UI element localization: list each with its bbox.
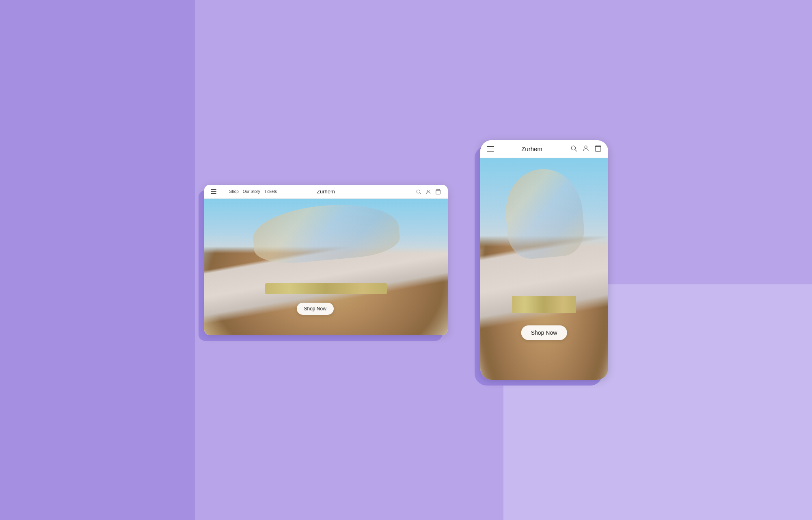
mobile-user-icon[interactable] xyxy=(582,145,590,154)
desktop-brand-logo: Zurhem xyxy=(317,188,335,195)
mobile-hamburger-icon[interactable] xyxy=(487,146,494,152)
mobile-hero: Shop Now xyxy=(480,158,608,380)
choker-decoration xyxy=(265,283,387,294)
mobile-cart-icon[interactable] xyxy=(594,145,602,154)
mobile-choker-decoration xyxy=(512,296,576,314)
user-icon[interactable] xyxy=(425,188,432,195)
svg-line-5 xyxy=(575,150,577,151)
mobile-mockup: Zurhem xyxy=(480,140,608,380)
desktop-nav-links: Shop Our Story Tickets xyxy=(229,189,277,194)
mobile-nav-icons xyxy=(570,145,602,154)
desktop-nav-left: Shop Our Story Tickets xyxy=(211,189,277,194)
desktop-navbar: Shop Our Story Tickets Zurhem xyxy=(204,185,448,199)
shop-now-button-desktop[interactable]: Shop Now xyxy=(297,303,334,315)
desktop-frame: Shop Our Story Tickets Zurhem xyxy=(204,185,448,335)
svg-point-4 xyxy=(571,146,576,150)
svg-point-0 xyxy=(417,190,420,193)
svg-point-2 xyxy=(427,190,429,192)
mobile-frame: Zurhem xyxy=(480,140,608,380)
desktop-mockup: Shop Our Story Tickets Zurhem xyxy=(204,185,448,335)
hamburger-icon[interactable] xyxy=(211,189,216,194)
search-icon[interactable] xyxy=(415,188,422,195)
mobile-brand-logo: Zurhem xyxy=(521,145,542,152)
shop-now-button-mobile[interactable]: Shop Now xyxy=(521,325,567,340)
main-container: Shop Our Story Tickets Zurhem xyxy=(204,140,608,380)
desktop-nav-icons xyxy=(415,188,441,195)
background-left-rect xyxy=(0,0,195,520)
desktop-hero: Shop Now xyxy=(204,199,448,335)
nav-link-shop[interactable]: Shop xyxy=(229,189,239,194)
mobile-navbar: Zurhem xyxy=(480,140,608,158)
cart-icon[interactable] xyxy=(435,188,441,195)
svg-point-6 xyxy=(585,146,587,148)
mobile-hero-image xyxy=(480,158,608,380)
nav-link-tickets[interactable]: Tickets xyxy=(264,189,277,194)
svg-line-1 xyxy=(419,193,421,194)
nav-link-our-story[interactable]: Our Story xyxy=(243,189,260,194)
mobile-search-icon[interactable] xyxy=(570,145,577,154)
